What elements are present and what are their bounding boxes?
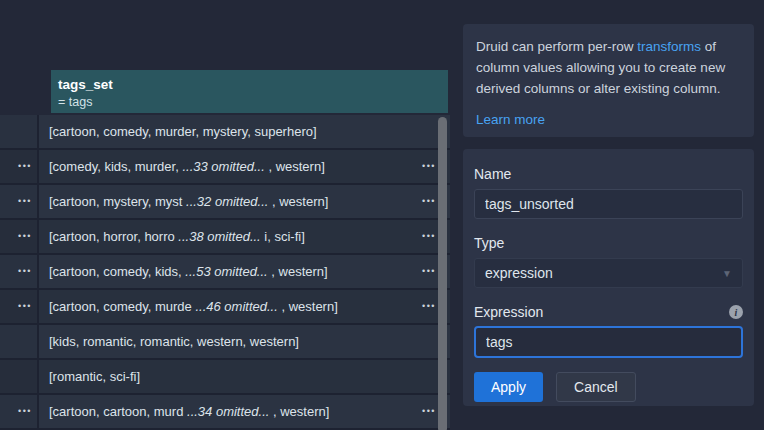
transform-form-panel: Name Type expression ▼ Expression i Appl… (463, 149, 754, 406)
column-formula: = tags (58, 94, 448, 110)
cell-value: [cartoon, mystery, myst ...32 omitted...… (49, 194, 422, 209)
overflow-dots[interactable]: ••• (422, 197, 436, 206)
row-gutter (0, 115, 39, 150)
table-cell: [cartoon, cartoon, murd ...34 omitted...… (39, 395, 450, 430)
cell-value: [kids, romantic, romantic, western, west… (49, 334, 436, 349)
info-text: Druid can perform per-row (476, 39, 637, 54)
overflow-dots[interactable]: ••• (422, 302, 436, 311)
name-input[interactable] (474, 189, 743, 219)
info-icon[interactable]: i (729, 305, 743, 319)
vertical-scrollbar[interactable] (438, 117, 447, 430)
type-label: Type (474, 234, 743, 252)
overflow-dots[interactable]: ••• (18, 267, 32, 276)
cell-value: [comedy, kids, murder, ...33 omitted... … (49, 159, 422, 174)
column-name: tags_set (58, 76, 448, 93)
table-row: [romantic, sci-fi] (0, 360, 450, 395)
table-row: ••• [cartoon, cartoon, murd ...34 omitte… (0, 395, 450, 430)
type-select[interactable]: expression ▼ (474, 258, 743, 288)
preview-table: [cartoon, comedy, murder, mystery, super… (0, 115, 450, 430)
overflow-dots[interactable]: ••• (18, 162, 32, 171)
transform-info-panel: Druid can perform per-row transforms of … (463, 24, 754, 137)
row-gutter: ••• (0, 395, 39, 430)
table-cell: [comedy, kids, murder, ...33 omitted... … (39, 150, 450, 185)
row-gutter: ••• (0, 220, 39, 255)
row-gutter: ••• (0, 185, 39, 220)
row-gutter: ••• (0, 290, 39, 325)
type-select-value: expression (485, 265, 553, 281)
column-header-tags-set[interactable]: tags_set = tags (51, 70, 448, 113)
table-row: [cartoon, comedy, murder, mystery, super… (0, 115, 450, 150)
overflow-dots[interactable]: ••• (422, 267, 436, 276)
chevron-down-icon: ▼ (722, 268, 732, 279)
overflow-dots[interactable]: ••• (18, 232, 32, 241)
table-row: ••• [cartoon, comedy, murde ...46 omitte… (0, 290, 450, 325)
transforms-link[interactable]: transforms (637, 39, 701, 54)
table-row: ••• [cartoon, horror, horro ...38 omitte… (0, 220, 450, 255)
table-row: ••• [cartoon, mystery, myst ...32 omitte… (0, 185, 450, 220)
table-cell: [kids, romantic, romantic, western, west… (39, 325, 450, 360)
table-row: [kids, romantic, romantic, western, west… (0, 325, 450, 360)
expression-input[interactable] (474, 326, 743, 358)
learn-more-link[interactable]: Learn more (476, 109, 545, 130)
overflow-dots[interactable]: ••• (422, 232, 436, 241)
cell-value: [cartoon, horror, horro ...38 omitted...… (49, 229, 422, 244)
druid-transform-editor: tags_set = tags [cartoon, comedy, murder… (0, 0, 764, 430)
overflow-dots[interactable]: ••• (422, 407, 436, 416)
cancel-button[interactable]: Cancel (556, 372, 636, 402)
cell-value: [cartoon, comedy, kids, ...53 omitted...… (49, 264, 422, 279)
table-cell: [cartoon, horror, horro ...38 omitted...… (39, 220, 450, 255)
row-gutter: ••• (0, 255, 39, 290)
row-gutter (0, 360, 39, 395)
cell-value: [cartoon, comedy, murder, mystery, super… (49, 124, 436, 139)
table-cell: [cartoon, comedy, murder, mystery, super… (39, 115, 450, 150)
table-cell: [cartoon, mystery, myst ...32 omitted...… (39, 185, 450, 220)
scrollbar-thumb[interactable] (438, 117, 447, 430)
table-row: ••• [cartoon, comedy, kids, ...53 omitte… (0, 255, 450, 290)
expression-label: Expression (474, 303, 543, 321)
overflow-dots[interactable]: ••• (18, 197, 32, 206)
cell-value: [romantic, sci-fi] (49, 369, 436, 384)
table-cell: [cartoon, comedy, murde ...46 omitted...… (39, 290, 450, 325)
row-gutter: ••• (0, 150, 39, 185)
table-cell: [cartoon, comedy, kids, ...53 omitted...… (39, 255, 450, 290)
row-gutter (0, 325, 39, 360)
overflow-dots[interactable]: ••• (18, 302, 32, 311)
name-label: Name (474, 165, 743, 183)
overflow-dots[interactable]: ••• (18, 407, 32, 416)
table-cell: [romantic, sci-fi] (39, 360, 450, 395)
apply-button[interactable]: Apply (474, 372, 543, 402)
table-row: ••• [comedy, kids, murder, ...33 omitted… (0, 150, 450, 185)
cell-value: [cartoon, cartoon, murd ...34 omitted...… (49, 404, 422, 419)
overflow-dots[interactable]: ••• (422, 162, 436, 171)
cell-value: [cartoon, comedy, murde ...46 omitted...… (49, 299, 422, 314)
